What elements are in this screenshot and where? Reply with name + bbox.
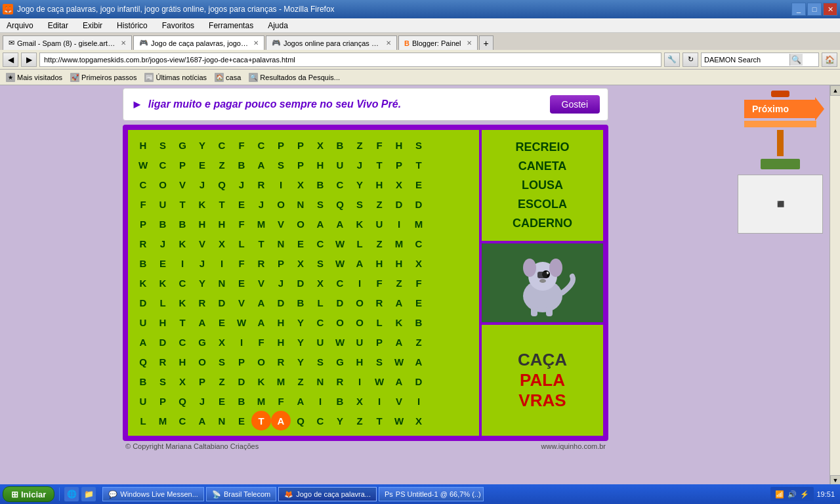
grid-cell[interactable]: K: [153, 273, 173, 293]
grid-cell[interactable]: T: [173, 194, 192, 214]
grid-cell[interactable]: J: [350, 155, 369, 175]
grid-cell[interactable]: C: [173, 273, 192, 293]
grid-cell[interactable]: X: [212, 332, 232, 352]
grid-cell[interactable]: F: [409, 273, 429, 293]
grid-cell[interactable]: Z: [212, 155, 232, 175]
grid-cell[interactable]: B: [133, 371, 153, 391]
taskbar-app[interactable]: PsPS Untitled-1 @ 66,7% (..): [379, 487, 484, 501]
grid-cell[interactable]: A: [350, 253, 369, 273]
grid-cell[interactable]: Q: [330, 194, 350, 214]
grid-cell[interactable]: I: [369, 391, 389, 411]
grid-cell[interactable]: C: [212, 135, 232, 155]
address-input[interactable]: [39, 52, 662, 67]
grid-cell[interactable]: D: [212, 293, 232, 312]
new-tab-button[interactable]: +: [479, 35, 494, 50]
grid-cell[interactable]: A: [271, 411, 291, 430]
grid-cell[interactable]: T: [212, 194, 232, 214]
grid-cell[interactable]: U: [369, 214, 389, 234]
grid-cell[interactable]: C: [173, 411, 192, 430]
grid-cell[interactable]: E: [232, 194, 251, 214]
grid-cell[interactable]: B: [291, 293, 310, 312]
grid-cell[interactable]: B: [153, 214, 173, 234]
grid-cell[interactable]: S: [350, 194, 369, 214]
grid-cell[interactable]: Q: [212, 175, 232, 194]
grid-cell[interactable]: I: [271, 175, 291, 194]
grid-cell[interactable]: X: [389, 175, 409, 194]
grid-cell[interactable]: E: [212, 391, 232, 411]
grid-cell[interactable]: D: [389, 194, 409, 214]
grid-cell[interactable]: Y: [330, 411, 350, 430]
grid-cell[interactable]: I: [173, 253, 192, 273]
grid-cell[interactable]: E: [291, 234, 310, 253]
tab-jogo[interactable]: 🎮 Jogo de caça palavras, jogo infantil, …: [133, 35, 264, 50]
menu-ferramentas[interactable]: Ferramentas: [205, 20, 257, 32]
grid-cell[interactable]: Z: [212, 371, 232, 391]
grid-cell[interactable]: W: [330, 253, 350, 273]
grid-cell[interactable]: S: [369, 352, 389, 371]
grid-cell[interactable]: C: [310, 411, 330, 430]
grid-cell[interactable]: C: [409, 234, 429, 253]
grid-cell[interactable]: N: [310, 371, 330, 391]
grid-cell[interactable]: H: [389, 135, 409, 155]
grid-cell[interactable]: C: [330, 273, 350, 293]
grid-cell[interactable]: T: [409, 155, 429, 175]
grid-cell[interactable]: B: [232, 155, 251, 175]
grid-cell[interactable]: Y: [350, 175, 369, 194]
grid-cell[interactable]: F: [232, 135, 251, 155]
grid-cell[interactable]: E: [232, 273, 251, 293]
sign-bottom[interactable]: [744, 121, 816, 127]
ad-button[interactable]: Gostei: [550, 95, 600, 114]
grid-cell[interactable]: Q: [133, 352, 153, 371]
grid-cell[interactable]: J: [251, 194, 271, 214]
grid-cell[interactable]: X: [212, 234, 232, 253]
tab-jogo-close[interactable]: ✕: [253, 39, 259, 47]
grid-cell[interactable]: V: [232, 293, 251, 312]
grid-cell[interactable]: M: [409, 214, 429, 234]
scroll-up-button[interactable]: ▲: [830, 85, 840, 96]
search-button[interactable]: 🔍: [789, 54, 803, 66]
grid-cell[interactable]: I: [232, 332, 251, 352]
grid-cell[interactable]: J: [271, 273, 291, 293]
grid-cell[interactable]: M: [251, 391, 271, 411]
grid-cell[interactable]: C: [330, 175, 350, 194]
grid-cell[interactable]: U: [133, 391, 153, 411]
grid-cell[interactable]: M: [251, 214, 271, 234]
grid-cell[interactable]: S: [271, 155, 291, 175]
taskbar-app[interactable]: 🦊Jogo de caça palavra...: [278, 487, 377, 501]
close-button[interactable]: ✕: [823, 3, 837, 16]
grid-cell[interactable]: O: [153, 175, 173, 194]
grid-cell[interactable]: X: [350, 391, 369, 411]
grid-cell[interactable]: H: [310, 155, 330, 175]
scroll-track[interactable]: [830, 96, 840, 475]
grid-cell[interactable]: B: [133, 253, 153, 273]
grid-cell[interactable]: U: [330, 155, 350, 175]
grid-cell[interactable]: V: [389, 391, 409, 411]
grid-cell[interactable]: H: [389, 253, 409, 273]
grid-cell[interactable]: H: [369, 253, 389, 273]
grid-cell[interactable]: P: [291, 155, 310, 175]
bookmark-noticias[interactable]: 📰 Últimas notícias: [142, 72, 209, 83]
grid-cell[interactable]: L: [133, 411, 153, 430]
grid-cell[interactable]: A: [310, 214, 330, 234]
grid-cell[interactable]: L: [232, 234, 251, 253]
grid-cell[interactable]: A: [133, 332, 153, 352]
grid-cell[interactable]: L: [153, 293, 173, 312]
grid-cell[interactable]: A: [330, 214, 350, 234]
grid-cell[interactable]: Z: [350, 411, 369, 430]
grid-cell[interactable]: K: [133, 273, 153, 293]
back-button[interactable]: ◀: [3, 52, 18, 67]
tab-jogos-online-close[interactable]: ✕: [386, 39, 391, 47]
grid-cell[interactable]: F: [232, 253, 251, 273]
grid-cell[interactable]: R: [330, 371, 350, 391]
grid-cell[interactable]: X: [310, 135, 330, 155]
compatibility-button[interactable]: 🔧: [664, 52, 680, 67]
grid-cell[interactable]: U: [310, 332, 330, 352]
tab-blogger-close[interactable]: ✕: [467, 39, 472, 47]
grid-cell[interactable]: R: [271, 352, 291, 371]
maximize-button[interactable]: □: [807, 3, 822, 16]
taskbar-app[interactable]: 📡Brasil Telecom: [206, 487, 276, 501]
grid-cell[interactable]: C: [173, 332, 192, 352]
menu-editar[interactable]: Editar: [44, 20, 72, 32]
grid-cell[interactable]: D: [409, 371, 429, 391]
grid-cell[interactable]: A: [389, 293, 409, 312]
